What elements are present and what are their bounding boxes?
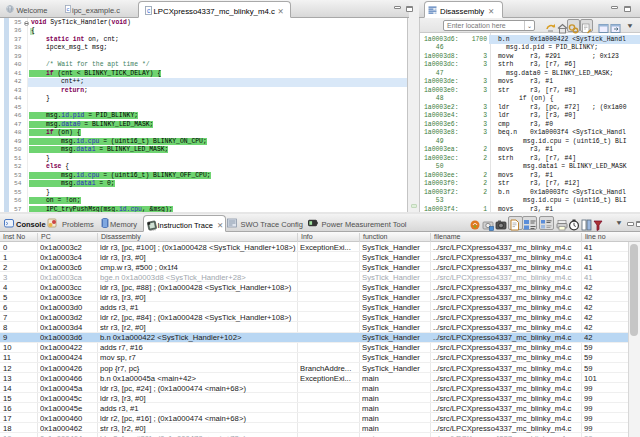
svg-text:c: c	[66, 6, 69, 12]
